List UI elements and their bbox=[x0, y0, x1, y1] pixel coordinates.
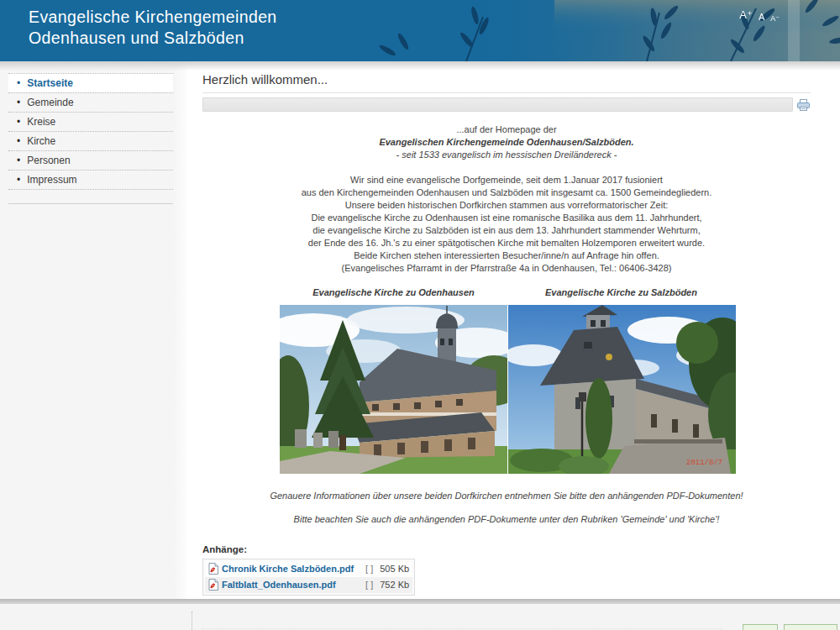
attachment-size: 752 Kb bbox=[376, 577, 412, 593]
welcome-line2: Evangelischen Kirchengemeinde Odenhausen… bbox=[202, 136, 811, 149]
sidebar-item-label: Personen bbox=[27, 155, 70, 166]
footer-badge[interactable] bbox=[743, 624, 778, 630]
sidebar-item-label: Startseite bbox=[27, 77, 73, 89]
photo-captions: Evangelische Kirche zu Odenhausen Evange… bbox=[280, 286, 736, 299]
bullet-icon: • bbox=[17, 77, 20, 89]
church-photo-salzboeden: 2011/8/7 bbox=[508, 305, 736, 474]
print-button[interactable] bbox=[795, 98, 811, 112]
attachment-link[interactable]: Faltblatt_Odenhausen.pdf bbox=[222, 580, 336, 590]
site-title-line2: Odenhausen und Salzböden bbox=[29, 28, 277, 49]
caption-salzboeden: Evangelische Kirche zu Salzböden bbox=[507, 286, 735, 299]
font-normal-button[interactable]: A bbox=[759, 11, 764, 23]
font-size-controls: A⁺ A A⁻ bbox=[739, 9, 780, 24]
footer-column-divider bbox=[192, 612, 192, 630]
attachments-heading: Anhänge: bbox=[202, 543, 811, 556]
main-column: Herzlich willkommen... ...auf der Homepa… bbox=[186, 61, 840, 599]
footer bbox=[0, 604, 840, 630]
church-photo-odenhausen bbox=[280, 305, 507, 474]
note-pdf-documents: Genauere Informationen über unsere beide… bbox=[202, 490, 811, 502]
site-title: Evangelische Kirchengemeinden Odenhausen… bbox=[29, 7, 277, 49]
pdf-icon bbox=[208, 579, 218, 591]
sidebar-item-label: Gemeinde bbox=[27, 97, 73, 108]
sidebar-divider bbox=[8, 203, 173, 204]
bullet-icon: • bbox=[17, 135, 20, 147]
font-decrease-button[interactable]: A⁻ bbox=[770, 13, 780, 24]
note-rubrics: Bitte beachten Sie auch die anhängenden … bbox=[202, 513, 811, 526]
toolbar bbox=[202, 97, 811, 112]
welcome-block: ...auf der Homepage der Evangelischen Ki… bbox=[202, 123, 811, 161]
attachment-brackets: [ ] bbox=[362, 561, 376, 577]
sidebar-item-label: Kirche bbox=[27, 135, 55, 147]
attachment-brackets: [ ] bbox=[362, 577, 376, 593]
sidebar-item-kreise[interactable]: •Kreise bbox=[8, 112, 173, 131]
page: Evangelische Kirchengemeinden Odenhausen… bbox=[0, 0, 840, 630]
church-photos: 2011/8/7 bbox=[280, 305, 736, 474]
sidebar-item-gemeinde[interactable]: •Gemeinde bbox=[8, 92, 173, 112]
bullet-icon: • bbox=[17, 116, 20, 128]
sidebar-item-startseite[interactable]: •Startseite bbox=[8, 73, 173, 92]
caption-odenhausen: Evangelische Kirche zu Odenhausen bbox=[280, 286, 507, 299]
font-increase-button[interactable]: A⁺ bbox=[739, 9, 753, 21]
printer-icon bbox=[797, 99, 810, 111]
content-area: •Startseite •Gemeinde •Kreise •Kirche •P… bbox=[0, 61, 840, 599]
bullet-icon: • bbox=[17, 174, 20, 186]
attachment-row: Chronik Kirche Salzböden.pdf [ ] 505 Kb bbox=[205, 561, 412, 577]
footer-badge[interactable] bbox=[784, 624, 837, 630]
toolbar-bar bbox=[202, 97, 793, 112]
bullet-icon: • bbox=[17, 155, 20, 166]
sidebar-item-kirche[interactable]: •Kirche bbox=[8, 131, 173, 150]
site-title-line1: Evangelische Kirchengemeinden bbox=[29, 7, 277, 28]
bullet-icon: • bbox=[17, 97, 20, 108]
attachment-size: 505 Kb bbox=[376, 561, 412, 577]
attachment-row: Faltblatt_Odenhausen.pdf [ ] 752 Kb bbox=[205, 577, 412, 593]
welcome-line3: - seit 1533 evangelisch im hessischen Dr… bbox=[202, 149, 811, 161]
pdf-icon bbox=[208, 563, 218, 575]
welcome-line1: ...auf der Homepage der bbox=[202, 123, 811, 136]
site-header: Evangelische Kirchengemeinden Odenhausen… bbox=[0, 0, 840, 61]
attachments-box: Chronik Kirche Salzböden.pdf [ ] 505 Kb … bbox=[202, 559, 415, 596]
sidebar-item-label: Kreise bbox=[27, 116, 55, 128]
sidebar-menu: •Startseite •Gemeinde •Kreise •Kirche •P… bbox=[8, 73, 173, 190]
attachment-link[interactable]: Chronik Kirche Salzböden.pdf bbox=[222, 564, 354, 574]
sidebar-item-impressum[interactable]: •Impressum bbox=[8, 170, 173, 190]
sidebar: •Startseite •Gemeinde •Kreise •Kirche •P… bbox=[0, 61, 186, 599]
intro-paragraph: Wir sind eine evangelische Dorfgemeinde,… bbox=[202, 174, 811, 275]
sidebar-item-label: Impressum bbox=[27, 174, 76, 186]
sidebar-item-personen[interactable]: •Personen bbox=[8, 150, 173, 170]
photo-date-stamp: 2011/8/7 bbox=[686, 459, 722, 467]
footer-dotted-line bbox=[202, 628, 722, 629]
page-title: Herzlich willkommen... bbox=[202, 72, 811, 93]
attachments-table: Chronik Kirche Salzböden.pdf [ ] 505 Kb … bbox=[205, 561, 412, 593]
